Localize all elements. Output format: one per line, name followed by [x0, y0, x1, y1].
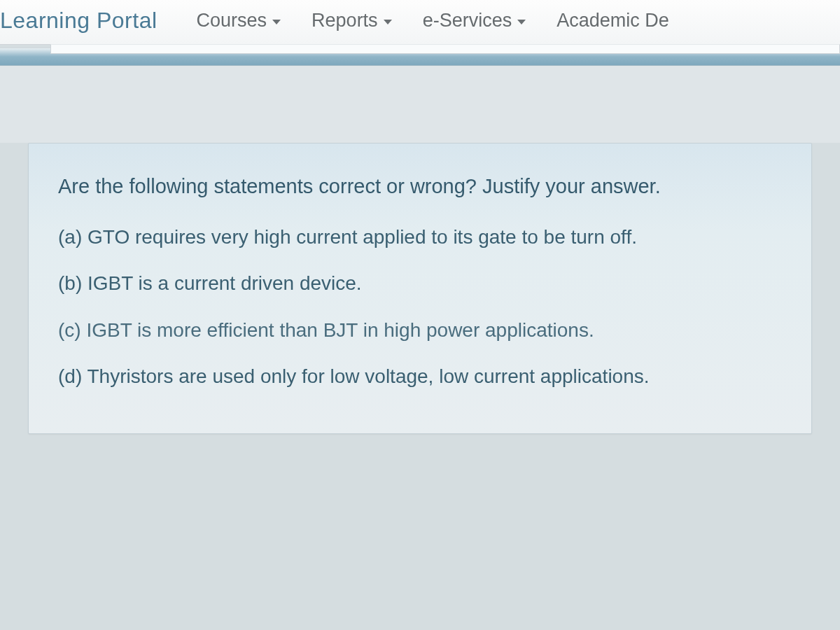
- question-option-a: (a) GTO requires very high current appli…: [58, 223, 782, 252]
- nav-item-courses[interactable]: Courses: [191, 7, 287, 34]
- content-spacer: [0, 66, 840, 143]
- caret-down-icon: [272, 20, 281, 24]
- nav-item-reports[interactable]: Reports: [306, 7, 398, 34]
- top-navbar: Learning Portal Courses Reports e-Servic…: [0, 0, 840, 45]
- navbar-brand[interactable]: Learning Portal: [0, 8, 158, 34]
- nav-item-label: Academic De: [556, 10, 669, 31]
- question-option-d: (d) Thyristors are used only for low vol…: [58, 363, 782, 391]
- nav-item-label: Courses: [197, 10, 267, 31]
- caret-down-icon: [517, 20, 526, 24]
- nav-item-label: Reports: [312, 10, 378, 31]
- nav-item-academic[interactable]: Academic De: [551, 7, 675, 34]
- question-option-c: (c) IGBT is more efficient than BJT in h…: [58, 316, 782, 345]
- nav-item-eservices[interactable]: e-Services: [417, 7, 532, 34]
- question-option-b: (b) IGBT is a current driven device.: [58, 270, 782, 298]
- secondary-bar: [0, 48, 840, 66]
- question-card: Are the following statements correct or …: [28, 143, 812, 434]
- question-prompt: Are the following statements correct or …: [58, 172, 782, 202]
- nav-item-label: e-Services: [423, 10, 512, 31]
- caret-down-icon: [384, 20, 392, 24]
- secondary-bar-field: [50, 44, 840, 54]
